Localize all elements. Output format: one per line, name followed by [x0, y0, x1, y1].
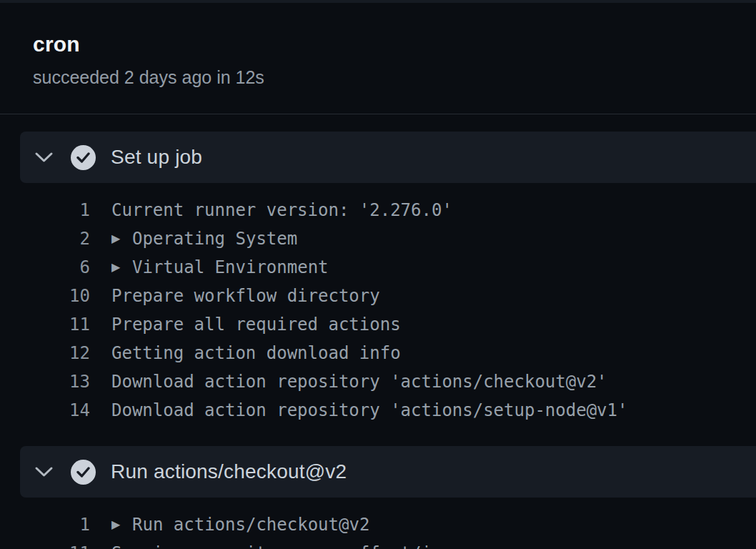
job-title: cron [33, 31, 723, 57]
section-title: Run actions/checkout@v2 [111, 460, 347, 483]
line-text: Prepare all required actions [90, 315, 401, 335]
line-text-content: Syncing repository: zeroffset/ios [111, 543, 452, 549]
success-check-icon [71, 145, 96, 170]
line-number[interactable]: 11 [0, 543, 90, 549]
line-text-content: Download action repository 'actions/chec… [111, 372, 607, 392]
log-row: 10 Prepare workflow directory [0, 282, 756, 310]
job-status-summary: succeeded 2 days ago in 12s [33, 66, 723, 88]
line-text-content: Virtual Environment [132, 257, 329, 277]
line-text-content: Operating System [132, 229, 297, 249]
line-text-content: Prepare all required actions [111, 315, 401, 335]
log-row: 1 ▶Run actions/checkout@v2 [0, 510, 756, 539]
line-text-content: Current runner version: '2.276.0' [111, 200, 452, 220]
section-header-bar[interactable]: Set up job [20, 132, 756, 183]
section-header-bar[interactable]: Run actions/checkout@v2 [20, 446, 756, 498]
chevron-down-icon[interactable] [34, 463, 54, 482]
group-triangle-icon[interactable]: ▶ [111, 260, 132, 274]
log-section: Set up job 1 Current runner version: '2.… [0, 132, 756, 425]
line-text[interactable]: ▶Virtual Environment [90, 257, 329, 277]
line-text: Prepare workflow directory [90, 286, 380, 306]
line-text-content: Getting action download info [111, 343, 401, 363]
log-row: 13 Download action repository 'actions/c… [0, 367, 756, 396]
log-container: Set up job 1 Current runner version: '2.… [0, 114, 756, 549]
success-check-icon [71, 460, 96, 485]
log-row: 11 Syncing repository: zeroffset/ios [0, 539, 756, 549]
log-row: 11 Prepare all required actions [0, 310, 756, 339]
line-text-content: Run actions/checkout@v2 [132, 515, 369, 535]
line-text: Current runner version: '2.276.0' [90, 200, 452, 220]
line-text: Syncing repository: zeroffset/ios [90, 543, 452, 549]
line-number[interactable]: 11 [0, 315, 90, 335]
line-number[interactable]: 1 [0, 200, 90, 220]
job-header: cron succeeded 2 days ago in 12s [0, 3, 756, 88]
section-title: Set up job [111, 146, 202, 169]
line-text: Download action repository 'actions/chec… [90, 372, 607, 392]
group-triangle-icon[interactable]: ▶ [111, 518, 132, 531]
line-number[interactable]: 6 [0, 257, 90, 277]
line-text[interactable]: ▶Run actions/checkout@v2 [90, 515, 369, 535]
line-number[interactable]: 14 [0, 400, 90, 420]
log-row: 14 Download action repository 'actions/s… [0, 396, 756, 425]
group-triangle-icon[interactable]: ▶ [111, 232, 132, 245]
log-row: 2 ▶Operating System [0, 224, 756, 253]
line-text-content: Prepare workflow directory [111, 286, 380, 306]
line-text-content: Download action repository 'actions/setu… [111, 400, 627, 420]
line-text[interactable]: ▶Operating System [90, 229, 297, 249]
log-lines: 1 Current runner version: '2.276.0' 2 ▶O… [0, 196, 756, 425]
log-row: 12 Getting action download info [0, 339, 756, 367]
log-row: 6 ▶Virtual Environment [0, 253, 756, 282]
chevron-down-icon[interactable] [34, 148, 54, 167]
line-number[interactable]: 12 [0, 343, 90, 363]
line-number[interactable]: 1 [0, 515, 90, 535]
line-text: Download action repository 'actions/setu… [90, 400, 627, 420]
line-number[interactable]: 2 [0, 229, 90, 249]
line-text: Getting action download info [90, 343, 401, 363]
line-number[interactable]: 13 [0, 372, 90, 392]
log-section: Run actions/checkout@v2 1 ▶Run actions/c… [0, 446, 756, 549]
log-row: 1 Current runner version: '2.276.0' [0, 196, 756, 224]
line-number[interactable]: 10 [0, 286, 90, 306]
log-lines: 1 ▶Run actions/checkout@v2 11 Syncing re… [0, 510, 756, 549]
